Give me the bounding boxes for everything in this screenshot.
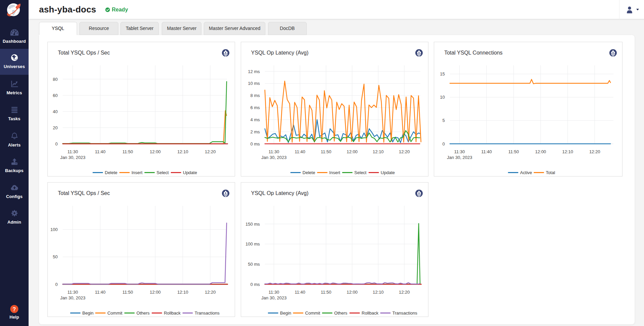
svg-text:0 ms: 0 ms (251, 282, 260, 287)
svg-text:12:20: 12:20 (205, 290, 216, 295)
svg-text:5: 5 (443, 118, 445, 123)
svg-text:11:50: 11:50 (321, 149, 332, 154)
svg-text:12 ms: 12 ms (248, 69, 260, 74)
svg-text:10: 10 (440, 95, 445, 100)
svg-text:11:50: 11:50 (321, 290, 332, 295)
svg-text:12:20: 12:20 (205, 149, 216, 154)
svg-text:12:20: 12:20 (399, 149, 410, 154)
svg-text:Delete: Delete (105, 170, 118, 175)
svg-text:0: 0 (55, 141, 58, 146)
svg-text:Insert: Insert (131, 170, 143, 175)
svg-text:Total: Total (546, 170, 555, 175)
svg-text:12:20: 12:20 (590, 149, 601, 154)
svg-text:Transactions: Transactions (392, 311, 417, 316)
svg-text:11:40: 11:40 (295, 290, 305, 295)
svg-text:Others: Others (137, 311, 150, 316)
svg-text:0: 0 (55, 282, 58, 287)
svg-text:Commit: Commit (305, 311, 320, 316)
svg-text:Jan 30, 2023: Jan 30, 2023 (447, 155, 472, 160)
svg-text:100: 100 (50, 227, 58, 232)
svg-text:11:30: 11:30 (68, 149, 78, 154)
svg-text:6 ms: 6 ms (251, 105, 260, 110)
svg-text:0 ms: 0 ms (251, 141, 260, 146)
svg-text:12:20: 12:20 (399, 290, 410, 295)
svg-text:8 ms: 8 ms (251, 93, 260, 98)
svg-text:4 ms: 4 ms (251, 117, 260, 122)
svg-text:Commit: Commit (108, 311, 123, 316)
svg-text:12:00: 12:00 (347, 149, 358, 154)
svg-text:12:00: 12:00 (150, 149, 161, 154)
svg-text:50: 50 (53, 254, 58, 259)
svg-text:Rollback: Rollback (164, 311, 181, 316)
svg-text:Transactions: Transactions (195, 311, 220, 316)
svg-text:12:00: 12:00 (150, 290, 161, 295)
svg-text:12:10: 12:10 (178, 149, 189, 154)
svg-text:11:30: 11:30 (269, 290, 279, 295)
svg-text:11:50: 11:50 (508, 149, 519, 154)
svg-text:Others: Others (334, 311, 348, 316)
svg-text:12:10: 12:10 (178, 290, 189, 295)
svg-text:Begin: Begin (280, 311, 291, 316)
svg-text:Select: Select (157, 170, 169, 175)
svg-text:Jan 30, 2023: Jan 30, 2023 (60, 295, 85, 300)
svg-text:11:50: 11:50 (122, 290, 133, 295)
svg-text:80: 80 (53, 77, 58, 82)
svg-text:Jan 30, 2023: Jan 30, 2023 (261, 295, 287, 300)
svg-text:Begin: Begin (82, 311, 93, 316)
svg-text:150 ms: 150 ms (245, 222, 260, 227)
svg-text:Select: Select (354, 170, 367, 175)
svg-text:11:30: 11:30 (68, 290, 78, 295)
svg-text:Jan 30, 2023: Jan 30, 2023 (261, 155, 287, 160)
svg-text:Active: Active (520, 170, 532, 175)
svg-text:Jan 30, 2023: Jan 30, 2023 (60, 155, 85, 160)
svg-text:12:10: 12:10 (562, 149, 573, 154)
svg-text:?: ? (13, 306, 16, 312)
svg-text:11:40: 11:40 (95, 290, 106, 295)
svg-text:0: 0 (443, 141, 445, 146)
svg-text:2 ms: 2 ms (251, 129, 260, 134)
svg-text:40: 40 (53, 109, 58, 114)
svg-text:Delete: Delete (303, 170, 315, 175)
svg-text:50 ms: 50 ms (248, 262, 260, 267)
svg-text:Update: Update (381, 170, 395, 175)
svg-text:10 ms: 10 ms (248, 81, 260, 86)
svg-text:100 ms: 100 ms (245, 241, 260, 247)
svg-text:11:40: 11:40 (95, 149, 106, 154)
svg-text:Insert: Insert (329, 170, 340, 175)
svg-text:12:10: 12:10 (373, 149, 384, 154)
svg-text:12:00: 12:00 (535, 149, 546, 154)
svg-text:11:50: 11:50 (122, 149, 133, 154)
svg-text:20: 20 (53, 125, 58, 130)
svg-text:12:10: 12:10 (373, 290, 384, 295)
svg-text:11:40: 11:40 (481, 149, 492, 154)
svg-text:12:00: 12:00 (347, 290, 358, 295)
svg-text:Update: Update (183, 170, 197, 175)
svg-text:11:30: 11:30 (454, 149, 465, 154)
svg-text:11:30: 11:30 (269, 149, 279, 154)
svg-text:15: 15 (440, 71, 445, 76)
svg-text:60: 60 (53, 93, 58, 98)
svg-text:11:40: 11:40 (295, 149, 305, 154)
svg-text:Rollback: Rollback (362, 311, 378, 316)
